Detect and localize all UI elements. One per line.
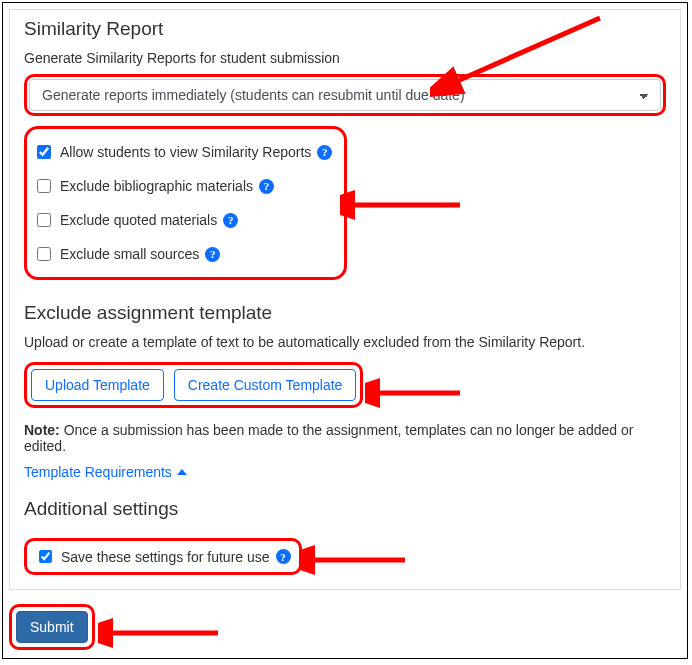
annotation-arrow: [300, 540, 420, 580]
window-outline: Similarity Report Generate Similarity Re…: [2, 2, 688, 659]
exclude-small-label: Exclude small sources: [60, 246, 199, 262]
additional-settings-heading: Additional settings: [24, 498, 666, 520]
save-settings-group: Save these settings for future use ?: [24, 538, 302, 575]
similarity-report-heading: Similarity Report: [24, 18, 666, 40]
create-template-button[interactable]: Create Custom Template: [174, 369, 357, 401]
template-buttons-group: Upload Template Create Custom Template: [24, 362, 363, 408]
allow-view-label: Allow students to view Similarity Report…: [60, 144, 311, 160]
template-note: Note: Once a submission has been made to…: [24, 422, 666, 454]
highlight-select: Generate reports immediately (students c…: [24, 74, 666, 116]
exclude-quoted-label: Exclude quoted materials: [60, 212, 217, 228]
submit-button[interactable]: Submit: [16, 611, 88, 643]
chevron-up-icon: [177, 469, 187, 475]
annotation-arrow: [98, 615, 238, 655]
highlight-submit: Submit: [9, 604, 95, 650]
exclude-biblio-checkbox[interactable]: [37, 179, 51, 193]
similarity-options-group: Allow students to view Similarity Report…: [24, 126, 347, 280]
option-exclude-biblio: Exclude bibliographic materials ?: [31, 169, 334, 203]
help-icon[interactable]: ?: [259, 179, 274, 194]
upload-template-button[interactable]: Upload Template: [31, 369, 164, 401]
exclude-template-desc: Upload or create a template of text to b…: [24, 334, 666, 350]
option-exclude-small: Exclude small sources ?: [31, 237, 334, 271]
allow-view-checkbox[interactable]: [37, 145, 51, 159]
help-icon[interactable]: ?: [223, 213, 238, 228]
exclude-biblio-label: Exclude bibliographic materials: [60, 178, 253, 194]
exclude-template-heading: Exclude assignment template: [24, 302, 666, 324]
annotation-arrow: [365, 373, 475, 413]
save-settings-label: Save these settings for future use: [61, 549, 270, 565]
help-icon[interactable]: ?: [205, 247, 220, 262]
help-icon[interactable]: ?: [276, 549, 291, 564]
option-exclude-quoted: Exclude quoted materials ?: [31, 203, 334, 237]
annotation-arrow: [340, 185, 480, 225]
template-requirements-label: Template Requirements: [24, 464, 172, 480]
template-requirements-toggle[interactable]: Template Requirements: [24, 464, 187, 480]
option-allow-view: Allow students to view Similarity Report…: [31, 135, 334, 169]
report-generation-select[interactable]: Generate reports immediately (students c…: [29, 79, 661, 111]
generate-reports-label: Generate Similarity Reports for student …: [24, 50, 666, 66]
note-text: Once a submission has been made to the a…: [24, 422, 633, 454]
settings-card: Similarity Report Generate Similarity Re…: [9, 9, 681, 590]
exclude-quoted-checkbox[interactable]: [37, 213, 51, 227]
help-icon[interactable]: ?: [317, 145, 332, 160]
save-settings-checkbox[interactable]: [39, 550, 52, 563]
note-label: Note:: [24, 422, 60, 438]
exclude-small-checkbox[interactable]: [37, 247, 51, 261]
